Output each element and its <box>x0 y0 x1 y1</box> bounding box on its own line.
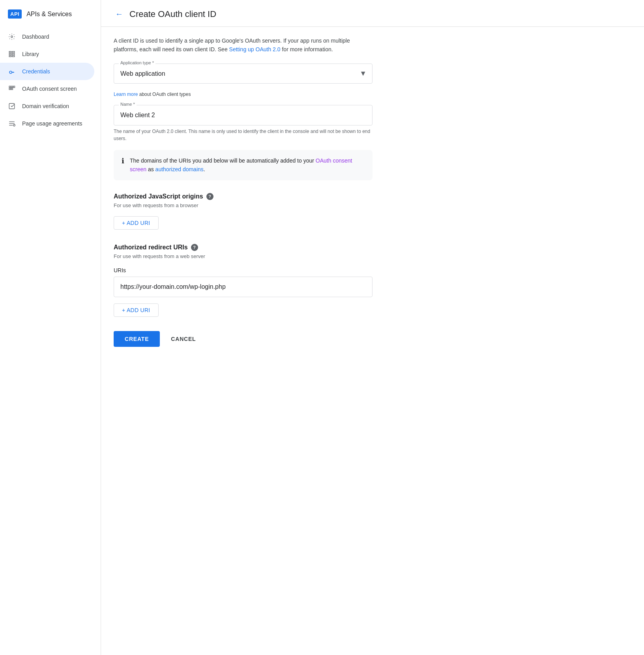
sidebar-item-label-oauth: OAuth consent screen <box>22 86 77 92</box>
sidebar-item-dashboard[interactable]: Dashboard <box>0 28 94 45</box>
application-type-field: Application type * Web application ▼ <box>114 64 373 84</box>
svg-rect-9 <box>9 88 11 90</box>
info-box: ℹ The domains of the URIs you add below … <box>114 150 373 180</box>
learn-more-link[interactable]: Learn more <box>114 92 138 97</box>
oauth-setup-link[interactable]: Setting up OAuth 2.0 <box>229 46 281 52</box>
redirect-uris-add-uri-button[interactable]: + ADD URI <box>114 303 159 317</box>
sidebar-item-oauth-consent[interactable]: OAuth consent screen <box>0 80 94 97</box>
name-input[interactable] <box>114 105 372 125</box>
uris-label: URIs <box>114 267 373 273</box>
credentials-icon <box>8 67 16 75</box>
svg-point-17 <box>13 124 15 126</box>
info-box-text: The domains of the URIs you add below wi… <box>130 156 365 174</box>
sidebar-item-credentials[interactable]: Credentials <box>0 63 94 80</box>
svg-rect-1 <box>9 51 11 52</box>
info-text-before: The domains of the URIs you add below wi… <box>130 157 316 164</box>
uri-input[interactable] <box>114 277 372 297</box>
page-title: Create OAuth client ID <box>129 9 216 19</box>
application-type-select[interactable]: Web application <box>114 64 372 83</box>
js-origins-desc: For use with requests from a browser <box>114 202 373 208</box>
intro-text-after: for more information. <box>281 46 333 52</box>
intro-paragraph: A client ID is used to identify a single… <box>114 36 373 54</box>
action-row: CREATE CANCEL <box>114 331 373 347</box>
redirect-uris-add-uri-label: + ADD URI <box>122 307 150 313</box>
name-field: Name * The name of your OAuth 2.0 client… <box>114 105 373 142</box>
redirect-uris-help-icon[interactable]: ? <box>191 244 198 251</box>
info-icon: ℹ <box>122 157 124 165</box>
redirect-uris-desc: For use with requests from a web server <box>114 253 373 259</box>
api-badge: API <box>8 9 22 19</box>
redirect-uris-section: Authorized redirect URIs ? For use with … <box>114 244 373 317</box>
dashboard-icon <box>8 33 16 41</box>
back-button[interactable]: ← <box>114 8 125 20</box>
js-origins-section: Authorized JavaScript origins ? For use … <box>114 193 373 230</box>
info-text-between: as <box>146 166 155 172</box>
svg-point-0 <box>11 36 13 38</box>
js-origins-title: Authorized JavaScript origins <box>114 193 203 200</box>
sidebar-item-library[interactable]: Library <box>0 45 94 63</box>
app-type-container: Application type * Web application ▼ <box>114 64 373 84</box>
learn-more-text: Learn more about OAuth client types <box>114 92 373 97</box>
svg-rect-10 <box>11 86 13 88</box>
svg-rect-13 <box>9 103 15 109</box>
js-origins-add-uri-label: + ADD URI <box>122 220 150 226</box>
svg-rect-8 <box>9 86 11 88</box>
js-origins-help-icon[interactable]: ? <box>206 193 213 200</box>
library-icon <box>8 50 16 58</box>
svg-rect-6 <box>12 56 15 57</box>
svg-rect-3 <box>9 56 11 57</box>
create-button[interactable]: CREATE <box>114 331 160 347</box>
info-text-period: . <box>204 166 205 172</box>
authorized-domains-link[interactable]: authorized domains <box>155 166 204 172</box>
sidebar-item-label-library: Library <box>22 51 39 57</box>
sidebar-logo: API APIs & Services <box>0 3 101 28</box>
name-container: Name * <box>114 105 373 125</box>
redirect-uris-title: Authorized redirect URIs <box>114 244 188 251</box>
app-type-label: Application type * <box>119 60 155 65</box>
sidebar-item-page-usage[interactable]: Page usage agreements <box>0 115 94 132</box>
main-area: ← Create OAuth client ID A client ID is … <box>101 0 644 655</box>
sidebar-item-label-dashboard: Dashboard <box>22 34 49 40</box>
sidebar-item-label-domain: Domain verification <box>22 103 69 109</box>
sidebar-item-label-credentials: Credentials <box>22 68 50 75</box>
oauth-consent-icon <box>8 85 16 93</box>
name-hint: The name of your OAuth 2.0 client. This … <box>114 128 373 142</box>
main-header: ← Create OAuth client ID <box>101 0 644 27</box>
uri-input-container <box>114 277 373 297</box>
name-label: Name * <box>119 102 137 107</box>
main-content: A client ID is used to identify a single… <box>101 27 385 366</box>
sidebar: API APIs & Services Dashboard Library Cr… <box>0 0 101 655</box>
page-usage-icon <box>8 120 16 127</box>
cancel-button[interactable]: CANCEL <box>169 331 197 347</box>
svg-rect-2 <box>9 54 11 55</box>
svg-rect-4 <box>12 51 15 52</box>
domain-verification-icon <box>8 102 16 110</box>
js-origins-header: Authorized JavaScript origins ? <box>114 193 373 200</box>
learn-more-suffix: about OAuth client types <box>138 92 191 97</box>
sidebar-nav: Dashboard Library Credentials OAuth cons… <box>0 28 101 132</box>
sidebar-item-domain-verification[interactable]: Domain verification <box>0 97 94 115</box>
redirect-uris-header: Authorized redirect URIs ? <box>114 244 373 251</box>
svg-point-7 <box>9 71 12 73</box>
sidebar-item-label-page-usage: Page usage agreements <box>22 120 82 127</box>
js-origins-add-uri-button[interactable]: + ADD URI <box>114 216 159 230</box>
sidebar-title: APIs & Services <box>26 11 72 18</box>
svg-rect-11 <box>11 88 13 90</box>
svg-rect-12 <box>13 86 15 88</box>
svg-rect-5 <box>12 54 15 55</box>
